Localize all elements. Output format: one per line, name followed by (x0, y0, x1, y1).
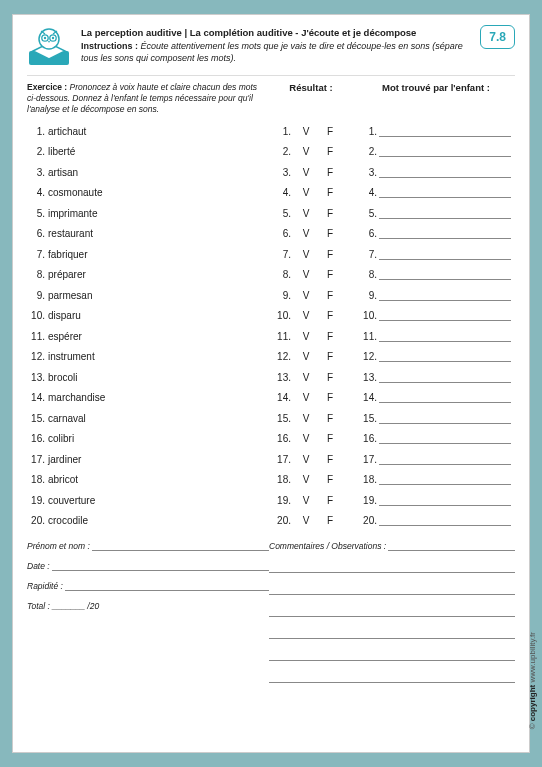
found-word-cell[interactable]: 6. (357, 228, 515, 239)
found-word-cell[interactable]: 5. (357, 208, 515, 219)
found-word-cell[interactable]: 19. (357, 495, 515, 506)
result-false[interactable]: F (321, 351, 339, 362)
result-false[interactable]: F (321, 310, 339, 321)
result-cell[interactable]: 3.VF (265, 167, 357, 178)
found-word-line[interactable] (379, 495, 511, 506)
found-word-line[interactable] (379, 146, 511, 157)
result-false[interactable]: F (321, 146, 339, 157)
result-cell[interactable]: 12.VF (265, 351, 357, 362)
found-word-cell[interactable]: 7. (357, 249, 515, 260)
found-word-cell[interactable]: 20. (357, 515, 515, 526)
result-true[interactable]: V (297, 208, 315, 219)
comments-line[interactable] (269, 559, 515, 573)
found-word-line[interactable] (379, 454, 511, 465)
found-word-line[interactable] (379, 249, 511, 260)
result-cell[interactable]: 20.VF (265, 515, 357, 526)
found-word-cell[interactable]: 13. (357, 372, 515, 383)
found-word-line[interactable] (379, 351, 511, 362)
total-field[interactable]: Total : _______ /20 (27, 599, 269, 611)
found-word-cell[interactable]: 1. (357, 126, 515, 137)
found-word-line[interactable] (379, 413, 511, 424)
result-false[interactable]: F (321, 515, 339, 526)
result-false[interactable]: F (321, 454, 339, 465)
found-word-line[interactable] (379, 269, 511, 280)
result-false[interactable]: F (321, 269, 339, 280)
result-false[interactable]: F (321, 126, 339, 137)
result-cell[interactable]: 13.VF (265, 372, 357, 383)
result-true[interactable]: V (297, 351, 315, 362)
found-word-line[interactable] (379, 126, 511, 137)
result-false[interactable]: F (321, 372, 339, 383)
found-word-line[interactable] (379, 331, 511, 342)
result-true[interactable]: V (297, 413, 315, 424)
result-true[interactable]: V (297, 372, 315, 383)
result-true[interactable]: V (297, 126, 315, 137)
found-word-line[interactable] (379, 167, 511, 178)
found-word-cell[interactable]: 3. (357, 167, 515, 178)
result-false[interactable]: F (321, 290, 339, 301)
result-cell[interactable]: 10.VF (265, 310, 357, 321)
found-word-line[interactable] (379, 228, 511, 239)
result-false[interactable]: F (321, 474, 339, 485)
comments-line[interactable] (269, 625, 515, 639)
result-true[interactable]: V (297, 433, 315, 444)
result-true[interactable]: V (297, 290, 315, 301)
found-word-line[interactable] (379, 290, 511, 301)
found-word-cell[interactable]: 9. (357, 290, 515, 301)
result-cell[interactable]: 7.VF (265, 249, 357, 260)
result-cell[interactable]: 15.VF (265, 413, 357, 424)
result-cell[interactable]: 9.VF (265, 290, 357, 301)
found-word-line[interactable] (379, 392, 511, 403)
found-word-cell[interactable]: 16. (357, 433, 515, 444)
found-word-cell[interactable]: 11. (357, 331, 515, 342)
found-word-cell[interactable]: 15. (357, 413, 515, 424)
result-cell[interactable]: 19.VF (265, 495, 357, 506)
result-false[interactable]: F (321, 413, 339, 424)
comments-line[interactable] (269, 669, 515, 683)
found-word-cell[interactable]: 12. (357, 351, 515, 362)
found-word-line[interactable] (379, 474, 511, 485)
rapidite-field[interactable]: Rapidité : (27, 579, 269, 591)
result-cell[interactable]: 1.VF (265, 126, 357, 137)
found-word-line[interactable] (379, 515, 511, 526)
result-cell[interactable]: 17.VF (265, 454, 357, 465)
comments-line[interactable] (269, 647, 515, 661)
result-cell[interactable]: 14.VF (265, 392, 357, 403)
found-word-line[interactable] (379, 208, 511, 219)
found-word-cell[interactable]: 14. (357, 392, 515, 403)
result-cell[interactable]: 18.VF (265, 474, 357, 485)
result-true[interactable]: V (297, 249, 315, 260)
result-true[interactable]: V (297, 310, 315, 321)
found-word-cell[interactable]: 17. (357, 454, 515, 465)
prenom-field[interactable]: Prénom et nom : (27, 539, 269, 551)
found-word-line[interactable] (379, 433, 511, 444)
result-cell[interactable]: 8.VF (265, 269, 357, 280)
result-true[interactable]: V (297, 331, 315, 342)
result-false[interactable]: F (321, 228, 339, 239)
result-true[interactable]: V (297, 167, 315, 178)
found-word-cell[interactable]: 2. (357, 146, 515, 157)
result-cell[interactable]: 6.VF (265, 228, 357, 239)
result-false[interactable]: F (321, 249, 339, 260)
comments-line[interactable] (269, 603, 515, 617)
result-false[interactable]: F (321, 495, 339, 506)
result-true[interactable]: V (297, 474, 315, 485)
result-cell[interactable]: 5.VF (265, 208, 357, 219)
found-word-line[interactable] (379, 310, 511, 321)
result-cell[interactable]: 16.VF (265, 433, 357, 444)
found-word-cell[interactable]: 8. (357, 269, 515, 280)
result-true[interactable]: V (297, 495, 315, 506)
result-true[interactable]: V (297, 228, 315, 239)
comments-field[interactable]: Commentaires / Observations : (269, 539, 515, 551)
found-word-cell[interactable]: 10. (357, 310, 515, 321)
found-word-line[interactable] (379, 372, 511, 383)
date-field[interactable]: Date : (27, 559, 269, 571)
result-true[interactable]: V (297, 187, 315, 198)
result-false[interactable]: F (321, 167, 339, 178)
result-true[interactable]: V (297, 146, 315, 157)
result-cell[interactable]: 11.VF (265, 331, 357, 342)
found-word-cell[interactable]: 18. (357, 474, 515, 485)
result-false[interactable]: F (321, 331, 339, 342)
result-true[interactable]: V (297, 515, 315, 526)
found-word-cell[interactable]: 4. (357, 187, 515, 198)
